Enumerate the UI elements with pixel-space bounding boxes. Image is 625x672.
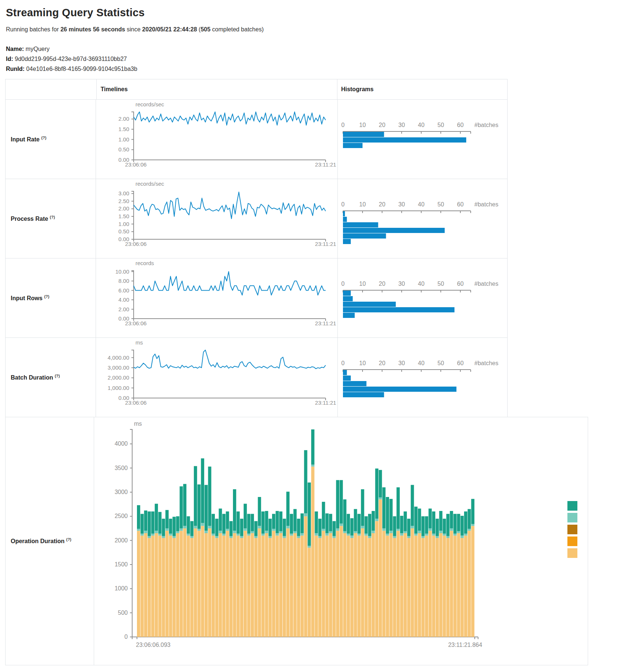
row-process-rate: Process Rate (?) records/sec3.002.502.00… [5,179,508,258]
query-name: myQuery [25,46,49,52]
running-duration: 26 minutes 56 seconds [61,26,125,32]
svg-text:4.00: 4.00 [119,296,129,303]
svg-text:2.00: 2.00 [119,116,129,122]
streaming-statistics-page: Streaming Query Statistics Running batch… [0,0,625,665]
input-rate-histogram-chart: 0102030405060#batches [338,100,507,180]
name-label: Name: [6,46,24,52]
svg-text:23:11:21.864: 23:11:21.864 [448,642,482,648]
svg-text:1500: 1500 [114,561,128,568]
svg-text:3,000.00: 3,000.00 [108,364,129,371]
id-label: Id: [6,56,13,62]
svg-text:30: 30 [398,360,405,366]
svg-text:20: 20 [379,360,385,366]
operation-duration-help-icon[interactable]: (?) [66,537,71,542]
svg-text:#batches: #batches [474,201,498,208]
svg-text:4000: 4000 [114,440,128,447]
svg-text:ms: ms [134,421,142,427]
query-id-line: Id: 9d0dd219-995d-423e-b97d-36931110bb27 [6,54,625,64]
header-empty-cell [6,79,97,99]
legend-swatch-tan [567,548,577,558]
svg-text:20: 20 [379,281,385,287]
svg-text:23:11:21: 23:11:21 [315,320,336,326]
svg-text:30: 30 [398,201,405,208]
svg-text:20: 20 [379,122,385,128]
statistics-table: Timelines Histograms Input Rate (?) reco… [5,79,625,665]
input-rows-help-icon[interactable]: (?) [44,294,49,299]
svg-text:2.50: 2.50 [119,198,129,204]
row-operation-duration: Operation Duration (?) ms400035003000250… [5,417,588,665]
batch-duration-histogram-chart: 0102030405060#batches [338,338,507,418]
svg-text:1.00: 1.00 [119,136,129,143]
batch-duration-help-icon[interactable]: (?) [55,374,60,378]
svg-text:40: 40 [418,122,425,128]
svg-text:0: 0 [341,281,345,287]
svg-text:23:11:21: 23:11:21 [315,400,336,406]
svg-text:0.50: 0.50 [119,228,129,234]
query-id: 9d0dd219-995d-423e-b97d-36931110bb27 [15,56,127,62]
svg-text:0.50: 0.50 [119,146,129,152]
svg-text:records/sec: records/sec [135,181,164,187]
svg-text:2,000.00: 2,000.00 [108,374,129,381]
svg-text:50: 50 [437,122,444,128]
svg-text:8.00: 8.00 [119,278,129,284]
svg-text:23:06:06: 23:06:06 [125,400,147,406]
since-text: since [125,26,142,32]
svg-text:60: 60 [457,201,464,208]
process-rate-label: Process Rate (?) [11,215,55,222]
svg-text:3.00: 3.00 [119,190,129,196]
svg-text:0: 0 [341,122,345,128]
svg-text:2.00: 2.00 [119,205,129,212]
svg-text:40: 40 [418,360,425,366]
svg-text:23:06:06: 23:06:06 [125,161,147,168]
input-rows-histogram-chart: 0102030405060#batches [338,258,507,339]
operation-duration-label: Operation Duration (?) [11,537,71,545]
svg-text:30: 30 [398,281,405,287]
svg-text:#batches: #batches [474,122,498,128]
svg-text:50: 50 [437,281,444,287]
svg-text:500: 500 [118,610,128,616]
query-runid-line: RunId: 04e101e6-8bf8-4165-9099-9104c951b… [6,64,625,74]
svg-text:23:11:21: 23:11:21 [315,161,336,168]
svg-text:30: 30 [398,122,405,128]
batch-duration-timeline-chart: ms4,000.003,000.002,000.001,000.000.0023… [96,338,337,418]
svg-text:23:11:21: 23:11:21 [315,241,336,247]
column-header-timelines: Timelines [97,79,337,99]
svg-text:2500: 2500 [114,513,128,519]
svg-text:ms: ms [135,339,143,346]
svg-text:1000: 1000 [114,585,128,592]
svg-text:0: 0 [341,201,345,208]
svg-text:10: 10 [359,122,366,128]
svg-text:1,000.00: 1,000.00 [108,385,129,391]
svg-text:10.00: 10.00 [115,268,129,275]
query-runid: 04e101e6-8bf8-4165-9099-9104c951ba3b [26,66,137,72]
svg-text:23:06:06: 23:06:06 [125,320,147,326]
process-rate-help-icon[interactable]: (?) [50,215,55,219]
input-rows-timeline-chart: records10.008.006.004.002.000.0023:06:06… [96,258,337,339]
legend-swatch-orange [567,536,577,546]
input-rows-label: Input Rows (?) [11,294,49,302]
completed-batches-count: 505 [200,26,210,32]
svg-text:20: 20 [379,201,385,208]
svg-text:23:06:06: 23:06:06 [125,241,147,247]
svg-text:6.00: 6.00 [119,287,129,294]
running-prefix: Running batches for [6,26,61,32]
process-rate-timeline-chart: records/sec3.002.502.001.501.000.500.002… [96,179,337,260]
running-summary: Running batches for 26 minutes 56 second… [6,26,625,33]
operation-duration-legend [567,501,577,558]
column-header-histograms: Histograms [337,79,507,99]
operation-duration-stacked-chart: ms4000350030002500200015001000500023:06:… [94,417,588,666]
svg-text:records: records [135,260,154,266]
input-rate-help-icon[interactable]: (?) [41,136,47,140]
svg-text:2.00: 2.00 [119,306,129,312]
svg-text:60: 60 [457,360,464,366]
svg-text:10: 10 [359,360,366,366]
svg-text:50: 50 [437,201,444,208]
svg-text:50: 50 [437,360,444,366]
page-title: Streaming Query Statistics [6,7,625,19]
query-meta: Name: myQuery Id: 9d0dd219-995d-423e-b97… [6,44,625,74]
input-rate-label: Input Rate (?) [11,136,47,143]
batches-suffix: completed batches) [210,26,264,32]
legend-swatch-light-teal [567,513,577,522]
batch-duration-label: Batch Duration (?) [11,374,60,381]
svg-text:1.00: 1.00 [119,221,129,227]
